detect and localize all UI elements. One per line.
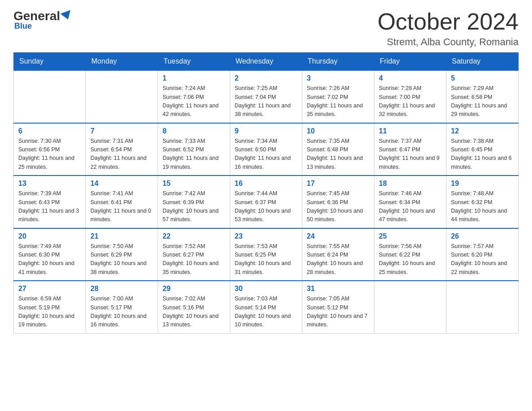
day-number: 30 (235, 285, 297, 293)
day-number: 24 (307, 232, 369, 240)
day-number: 20 (18, 232, 81, 240)
day-info: Sunrise: 7:53 AMSunset: 6:25 PMDaylight:… (235, 242, 297, 277)
logo-blue-text: Blue (14, 21, 32, 31)
calendar-cell: 17Sunrise: 7:45 AMSunset: 6:36 PMDayligh… (302, 176, 374, 228)
calendar-cell: 25Sunrise: 7:56 AMSunset: 6:22 PMDayligh… (374, 228, 446, 281)
logo-area: General Blue (13, 9, 72, 31)
location-title: Stremt, Alba County, Romania (378, 36, 519, 48)
day-info: Sunrise: 6:59 AMSunset: 5:19 PMDaylight:… (18, 295, 81, 330)
calendar-cell: 5Sunrise: 7:29 AMSunset: 6:58 PMDaylight… (446, 70, 519, 123)
day-info: Sunrise: 7:35 AMSunset: 6:48 PMDaylight:… (307, 137, 369, 172)
day-number: 22 (163, 232, 225, 240)
month-title: October 2024 (378, 9, 519, 34)
day-number: 5 (451, 74, 514, 82)
day-number: 28 (90, 285, 153, 293)
day-info: Sunrise: 7:38 AMSunset: 6:45 PMDaylight:… (451, 137, 514, 172)
logo-triangle-icon (60, 10, 73, 21)
day-info: Sunrise: 7:49 AMSunset: 6:30 PMDaylight:… (18, 242, 81, 277)
day-info: Sunrise: 7:34 AMSunset: 6:50 PMDaylight:… (235, 137, 297, 172)
calendar-cell: 9Sunrise: 7:34 AMSunset: 6:50 PMDaylight… (230, 123, 302, 176)
day-info: Sunrise: 7:26 AMSunset: 7:02 PMDaylight:… (307, 84, 369, 119)
day-number: 13 (18, 180, 81, 188)
day-info: Sunrise: 7:31 AMSunset: 6:54 PMDaylight:… (90, 137, 153, 172)
calendar-cell: 12Sunrise: 7:38 AMSunset: 6:45 PMDayligh… (446, 123, 519, 176)
calendar-cell: 28Sunrise: 7:00 AMSunset: 5:17 PMDayligh… (86, 281, 158, 333)
calendar-cell: 23Sunrise: 7:53 AMSunset: 6:25 PMDayligh… (230, 228, 302, 281)
calendar-cell: 10Sunrise: 7:35 AMSunset: 6:48 PMDayligh… (302, 123, 374, 176)
day-number: 26 (451, 232, 514, 240)
week-row-1: 1Sunrise: 7:24 AMSunset: 7:06 PMDaylight… (14, 70, 519, 123)
title-area: October 2024 Stremt, Alba County, Romani… (378, 9, 519, 48)
day-info: Sunrise: 7:03 AMSunset: 5:14 PMDaylight:… (235, 295, 297, 330)
day-info: Sunrise: 7:30 AMSunset: 6:56 PMDaylight:… (18, 137, 81, 172)
day-number: 12 (451, 127, 514, 135)
day-number: 21 (90, 232, 153, 240)
calendar-cell: 14Sunrise: 7:41 AMSunset: 6:41 PMDayligh… (86, 176, 158, 228)
calendar-cell: 11Sunrise: 7:37 AMSunset: 6:47 PMDayligh… (374, 123, 446, 176)
day-number: 27 (18, 285, 81, 293)
calendar-cell: 6Sunrise: 7:30 AMSunset: 6:56 PMDaylight… (14, 123, 86, 176)
calendar-cell (14, 70, 86, 123)
day-info: Sunrise: 7:41 AMSunset: 6:41 PMDaylight:… (90, 189, 153, 224)
weekday-header-friday: Friday (374, 53, 446, 71)
calendar-cell (446, 281, 519, 333)
weekday-header-thursday: Thursday (302, 53, 374, 71)
weekday-header-tuesday: Tuesday (158, 53, 230, 71)
calendar-cell: 16Sunrise: 7:44 AMSunset: 6:37 PMDayligh… (230, 176, 302, 228)
day-info: Sunrise: 7:52 AMSunset: 6:27 PMDaylight:… (163, 242, 225, 277)
day-info: Sunrise: 7:56 AMSunset: 6:22 PMDaylight:… (379, 242, 442, 277)
day-info: Sunrise: 7:37 AMSunset: 6:47 PMDaylight:… (379, 137, 442, 172)
day-info: Sunrise: 7:02 AMSunset: 5:16 PMDaylight:… (163, 295, 225, 330)
calendar-cell: 29Sunrise: 7:02 AMSunset: 5:16 PMDayligh… (158, 281, 230, 333)
day-number: 9 (235, 127, 297, 135)
day-info: Sunrise: 7:39 AMSunset: 6:43 PMDaylight:… (18, 189, 81, 224)
calendar-cell: 7Sunrise: 7:31 AMSunset: 6:54 PMDaylight… (86, 123, 158, 176)
calendar-cell (86, 70, 158, 123)
day-info: Sunrise: 7:24 AMSunset: 7:06 PMDaylight:… (163, 84, 225, 119)
calendar-cell: 18Sunrise: 7:46 AMSunset: 6:34 PMDayligh… (374, 176, 446, 228)
weekday-header-saturday: Saturday (446, 53, 519, 71)
day-info: Sunrise: 7:00 AMSunset: 5:17 PMDaylight:… (90, 295, 153, 330)
weekday-header-wednesday: Wednesday (230, 53, 302, 71)
day-info: Sunrise: 7:45 AMSunset: 6:36 PMDaylight:… (307, 189, 369, 224)
week-row-5: 27Sunrise: 6:59 AMSunset: 5:19 PMDayligh… (14, 281, 519, 333)
day-number: 2 (235, 74, 297, 82)
calendar-cell: 22Sunrise: 7:52 AMSunset: 6:27 PMDayligh… (158, 228, 230, 281)
calendar-cell: 1Sunrise: 7:24 AMSunset: 7:06 PMDaylight… (158, 70, 230, 123)
day-number: 31 (307, 285, 369, 293)
day-info: Sunrise: 7:28 AMSunset: 7:00 PMDaylight:… (379, 84, 442, 119)
day-info: Sunrise: 7:48 AMSunset: 6:32 PMDaylight:… (451, 189, 514, 224)
day-info: Sunrise: 7:05 AMSunset: 5:12 PMDaylight:… (307, 295, 369, 330)
week-row-4: 20Sunrise: 7:49 AMSunset: 6:30 PMDayligh… (14, 228, 519, 281)
day-number: 18 (379, 180, 442, 188)
day-number: 23 (235, 232, 297, 240)
day-info: Sunrise: 7:55 AMSunset: 6:24 PMDaylight:… (307, 242, 369, 277)
day-info: Sunrise: 7:29 AMSunset: 6:58 PMDaylight:… (451, 84, 514, 119)
calendar-header: SundayMondayTuesdayWednesdayThursdayFrid… (14, 53, 519, 71)
weekday-header-sunday: Sunday (14, 53, 86, 71)
calendar-cell: 21Sunrise: 7:50 AMSunset: 6:29 PMDayligh… (86, 228, 158, 281)
day-number: 3 (307, 74, 369, 82)
weekday-header-monday: Monday (86, 53, 158, 71)
calendar-cell: 13Sunrise: 7:39 AMSunset: 6:43 PMDayligh… (14, 176, 86, 228)
day-info: Sunrise: 7:42 AMSunset: 6:39 PMDaylight:… (163, 189, 225, 224)
day-info: Sunrise: 7:33 AMSunset: 6:52 PMDaylight:… (163, 137, 225, 172)
day-info: Sunrise: 7:25 AMSunset: 7:04 PMDaylight:… (235, 84, 297, 119)
day-info: Sunrise: 7:46 AMSunset: 6:34 PMDaylight:… (379, 189, 442, 224)
day-number: 19 (451, 180, 514, 188)
day-number: 29 (163, 285, 225, 293)
day-number: 1 (163, 74, 225, 82)
day-info: Sunrise: 7:57 AMSunset: 6:20 PMDaylight:… (451, 242, 514, 277)
day-number: 11 (379, 127, 442, 135)
calendar-cell: 19Sunrise: 7:48 AMSunset: 6:32 PMDayligh… (446, 176, 519, 228)
day-number: 15 (163, 180, 225, 188)
calendar-table: SundayMondayTuesdayWednesdayThursdayFrid… (13, 52, 519, 334)
calendar-cell: 30Sunrise: 7:03 AMSunset: 5:14 PMDayligh… (230, 281, 302, 333)
day-number: 10 (307, 127, 369, 135)
day-number: 16 (235, 180, 297, 188)
calendar-cell: 27Sunrise: 6:59 AMSunset: 5:19 PMDayligh… (14, 281, 86, 333)
calendar-cell: 15Sunrise: 7:42 AMSunset: 6:39 PMDayligh… (158, 176, 230, 228)
day-number: 14 (90, 180, 153, 188)
calendar-cell: 31Sunrise: 7:05 AMSunset: 5:12 PMDayligh… (302, 281, 374, 333)
calendar-cell: 3Sunrise: 7:26 AMSunset: 7:02 PMDaylight… (302, 70, 374, 123)
